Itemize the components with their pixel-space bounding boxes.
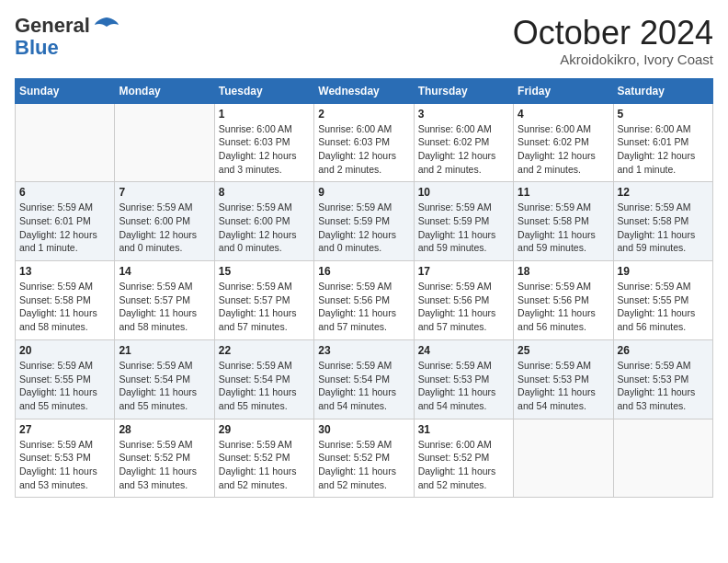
- day-number: 7: [119, 186, 210, 199]
- calendar-cell: 6Sunrise: 5:59 AMSunset: 6:01 PMDaylight…: [16, 182, 115, 261]
- calendar-cell: 14Sunrise: 5:59 AMSunset: 5:57 PMDayligh…: [115, 261, 214, 340]
- day-info: Sunrise: 5:59 AMSunset: 6:00 PMDaylight:…: [119, 201, 210, 255]
- day-number: 13: [19, 265, 110, 278]
- day-number: 3: [418, 108, 509, 121]
- day-info: Sunrise: 5:59 AMSunset: 5:59 PMDaylight:…: [318, 201, 409, 255]
- calendar-cell: 20Sunrise: 5:59 AMSunset: 5:55 PMDayligh…: [16, 339, 115, 419]
- day-number: 16: [318, 265, 409, 278]
- col-header-thursday: Thursday: [414, 78, 513, 103]
- day-info: Sunrise: 5:59 AMSunset: 5:52 PMDaylight:…: [318, 438, 409, 492]
- day-info: Sunrise: 6:00 AMSunset: 6:02 PMDaylight:…: [418, 122, 509, 177]
- day-number: 28: [119, 423, 210, 436]
- day-info: Sunrise: 5:59 AMSunset: 5:54 PMDaylight:…: [318, 359, 409, 413]
- calendar-cell: 7Sunrise: 5:59 AMSunset: 6:00 PMDaylight…: [115, 182, 214, 261]
- col-header-tuesday: Tuesday: [214, 78, 313, 103]
- day-number: 8: [219, 186, 310, 199]
- day-number: 24: [418, 344, 509, 357]
- calendar-cell: 9Sunrise: 5:59 AMSunset: 5:59 PMDaylight…: [314, 182, 414, 261]
- day-info: Sunrise: 5:59 AMSunset: 5:58 PMDaylight:…: [518, 201, 609, 255]
- day-number: 11: [518, 186, 609, 199]
- calendar-cell: 23Sunrise: 5:59 AMSunset: 5:54 PMDayligh…: [314, 339, 414, 419]
- day-info: Sunrise: 5:59 AMSunset: 6:00 PMDaylight:…: [219, 201, 310, 255]
- day-number: 15: [219, 265, 310, 278]
- day-number: 2: [318, 108, 409, 121]
- day-number: 27: [19, 423, 110, 436]
- logo-text: General: [15, 15, 119, 37]
- day-info: Sunrise: 5:59 AMSunset: 5:53 PMDaylight:…: [618, 359, 709, 413]
- calendar-cell: 18Sunrise: 5:59 AMSunset: 5:56 PMDayligh…: [514, 261, 613, 340]
- day-number: 9: [318, 186, 409, 199]
- day-info: Sunrise: 5:59 AMSunset: 5:53 PMDaylight:…: [418, 359, 509, 413]
- calendar-cell: 2Sunrise: 6:00 AMSunset: 6:03 PMDaylight…: [314, 103, 414, 182]
- location-subtitle: Akroidokikro, Ivory Coast: [513, 52, 713, 67]
- month-title: October 2024: [513, 15, 713, 52]
- day-info: Sunrise: 6:00 AMSunset: 6:03 PMDaylight:…: [219, 122, 310, 177]
- calendar-cell: 11Sunrise: 5:59 AMSunset: 5:58 PMDayligh…: [514, 182, 613, 261]
- day-number: 31: [418, 423, 509, 436]
- calendar-table: SundayMondayTuesdayWednesdayThursdayFrid…: [15, 78, 713, 499]
- day-info: Sunrise: 5:59 AMSunset: 5:55 PMDaylight:…: [618, 280, 709, 334]
- calendar-cell: [613, 419, 712, 498]
- day-info: Sunrise: 5:59 AMSunset: 5:59 PMDaylight:…: [418, 201, 509, 255]
- day-info: Sunrise: 5:59 AMSunset: 5:53 PMDaylight:…: [518, 359, 609, 413]
- calendar-cell: 15Sunrise: 5:59 AMSunset: 5:57 PMDayligh…: [214, 261, 313, 340]
- calendar-cell: 8Sunrise: 5:59 AMSunset: 6:00 PMDaylight…: [214, 182, 313, 261]
- calendar-cell: 31Sunrise: 6:00 AMSunset: 5:52 PMDayligh…: [414, 419, 513, 498]
- day-info: Sunrise: 5:59 AMSunset: 5:58 PMDaylight:…: [618, 201, 709, 255]
- calendar-week-row: 20Sunrise: 5:59 AMSunset: 5:55 PMDayligh…: [16, 339, 713, 419]
- calendar-cell: 5Sunrise: 6:00 AMSunset: 6:01 PMDaylight…: [613, 103, 712, 182]
- calendar-cell: 1Sunrise: 6:00 AMSunset: 6:03 PMDaylight…: [214, 103, 313, 182]
- day-number: 26: [618, 344, 709, 357]
- col-header-monday: Monday: [115, 78, 214, 103]
- day-number: 23: [318, 344, 409, 357]
- day-info: Sunrise: 5:59 AMSunset: 5:58 PMDaylight:…: [19, 280, 110, 334]
- day-info: Sunrise: 5:59 AMSunset: 5:55 PMDaylight:…: [19, 359, 110, 413]
- calendar-cell: 13Sunrise: 5:59 AMSunset: 5:58 PMDayligh…: [16, 261, 115, 340]
- logo-bird-icon: [94, 16, 119, 32]
- calendar-cell: 22Sunrise: 5:59 AMSunset: 5:54 PMDayligh…: [214, 339, 313, 419]
- day-number: 18: [518, 265, 609, 278]
- day-number: 21: [119, 344, 210, 357]
- title-section: October 2024 Akroidokikro, Ivory Coast: [513, 15, 713, 67]
- page-header: General Blue October 2024 Akroidokikro, …: [15, 15, 713, 67]
- day-number: 19: [618, 265, 709, 278]
- calendar-cell: 19Sunrise: 5:59 AMSunset: 5:55 PMDayligh…: [613, 261, 712, 340]
- day-number: 14: [119, 265, 210, 278]
- calendar-cell: [115, 103, 214, 182]
- day-number: 4: [518, 108, 609, 121]
- day-number: 12: [618, 186, 709, 199]
- calendar-week-row: 6Sunrise: 5:59 AMSunset: 6:01 PMDaylight…: [16, 182, 713, 261]
- calendar-cell: 12Sunrise: 5:59 AMSunset: 5:58 PMDayligh…: [613, 182, 712, 261]
- calendar-cell: [514, 419, 613, 498]
- day-number: 10: [418, 186, 509, 199]
- calendar-cell: 16Sunrise: 5:59 AMSunset: 5:56 PMDayligh…: [314, 261, 414, 340]
- day-info: Sunrise: 6:00 AMSunset: 6:01 PMDaylight:…: [618, 122, 709, 177]
- calendar-cell: [16, 103, 115, 182]
- day-number: 22: [219, 344, 310, 357]
- day-number: 20: [19, 344, 110, 357]
- logo: General Blue: [15, 15, 119, 59]
- day-info: Sunrise: 5:59 AMSunset: 5:54 PMDaylight:…: [119, 359, 210, 413]
- day-info: Sunrise: 6:00 AMSunset: 6:03 PMDaylight:…: [318, 122, 409, 177]
- calendar-header-row: SundayMondayTuesdayWednesdayThursdayFrid…: [16, 78, 713, 103]
- day-number: 6: [19, 186, 110, 199]
- calendar-cell: 28Sunrise: 5:59 AMSunset: 5:52 PMDayligh…: [115, 419, 214, 498]
- day-info: Sunrise: 5:59 AMSunset: 5:57 PMDaylight:…: [119, 280, 210, 334]
- day-number: 1: [219, 108, 310, 121]
- day-number: 30: [318, 423, 409, 436]
- calendar-cell: 25Sunrise: 5:59 AMSunset: 5:53 PMDayligh…: [514, 339, 613, 419]
- col-header-saturday: Saturday: [613, 78, 712, 103]
- day-info: Sunrise: 5:59 AMSunset: 5:53 PMDaylight:…: [19, 438, 110, 492]
- calendar-cell: 10Sunrise: 5:59 AMSunset: 5:59 PMDayligh…: [414, 182, 513, 261]
- calendar-cell: 26Sunrise: 5:59 AMSunset: 5:53 PMDayligh…: [613, 339, 712, 419]
- calendar-cell: 3Sunrise: 6:00 AMSunset: 6:02 PMDaylight…: [414, 103, 513, 182]
- day-number: 25: [518, 344, 609, 357]
- day-info: Sunrise: 6:00 AMSunset: 6:02 PMDaylight:…: [518, 122, 609, 177]
- day-info: Sunrise: 5:59 AMSunset: 5:52 PMDaylight:…: [119, 438, 210, 492]
- day-info: Sunrise: 5:59 AMSunset: 5:57 PMDaylight:…: [219, 280, 310, 334]
- col-header-sunday: Sunday: [16, 78, 115, 103]
- calendar-week-row: 27Sunrise: 5:59 AMSunset: 5:53 PMDayligh…: [16, 419, 713, 498]
- logo-blue-text: Blue: [15, 36, 59, 59]
- logo-general: General: [15, 14, 90, 37]
- day-number: 29: [219, 423, 310, 436]
